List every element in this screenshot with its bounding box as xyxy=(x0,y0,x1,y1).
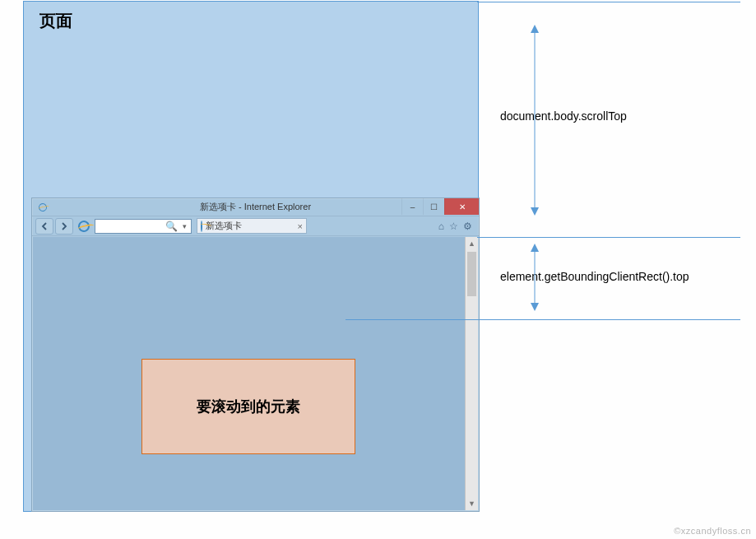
tab-favicon-icon xyxy=(201,221,202,231)
guide-line-element-top xyxy=(346,319,740,320)
back-button[interactable] xyxy=(35,218,53,235)
forward-button[interactable] xyxy=(55,218,73,235)
arrowhead-down-icon xyxy=(531,303,539,311)
toolbar: 🔍 ▾ 新选项卡 × ⌂ ☆ ⚙ xyxy=(32,216,479,236)
toolbar-icons: ⌂ ☆ ⚙ xyxy=(438,221,475,232)
window-controls: – ☐ ✕ xyxy=(401,198,479,215)
scroll-thumb[interactable] xyxy=(467,252,476,296)
maximize-button[interactable]: ☐ xyxy=(423,198,444,215)
tab-new[interactable]: 新选项卡 × xyxy=(197,218,307,234)
search-icon[interactable]: 🔍 xyxy=(164,221,179,232)
watermark: ©xzcandyfloss.cn xyxy=(674,526,751,536)
close-button[interactable]: ✕ xyxy=(444,198,479,215)
scroll-down-icon[interactable]: ▼ xyxy=(466,497,478,510)
dimension-recttop xyxy=(529,244,540,311)
guide-line-page-top xyxy=(477,2,740,2)
address-bar[interactable]: 🔍 ▾ xyxy=(95,219,192,234)
ie-logo-icon xyxy=(37,202,49,213)
settings-icon[interactable]: ⚙ xyxy=(463,221,472,232)
browser-window: 新选项卡 - Internet Explorer – ☐ ✕ 🔍 ▾ 新选项卡 … xyxy=(31,197,480,512)
favorites-icon[interactable]: ☆ xyxy=(449,221,458,232)
window-title: 新选项卡 - Internet Explorer xyxy=(200,201,311,213)
minimize-button[interactable]: – xyxy=(401,198,423,215)
titlebar[interactable]: 新选项卡 - Internet Explorer – ☐ ✕ xyxy=(32,198,479,216)
home-icon[interactable]: ⌂ xyxy=(438,221,444,232)
vertical-scrollbar[interactable]: ▲ ▼ xyxy=(465,237,478,510)
arrowhead-down-icon xyxy=(531,207,539,216)
ie-icon xyxy=(77,219,91,234)
page-label: 页面 xyxy=(39,10,72,32)
dimension-scrolltop-label: document.body.scrollTop xyxy=(500,109,627,123)
tab-close-icon[interactable]: × xyxy=(298,221,303,231)
viewport: 要滚动到的元素 xyxy=(33,237,465,510)
guide-line-viewport-top xyxy=(477,237,740,238)
address-dropdown-icon[interactable]: ▾ xyxy=(181,222,188,230)
dimension-line xyxy=(535,250,536,304)
dimension-scrolltop xyxy=(529,25,540,216)
target-element-label: 要滚动到的元素 xyxy=(197,397,300,416)
target-element: 要滚动到的元素 xyxy=(141,359,355,454)
scroll-up-icon[interactable]: ▲ xyxy=(466,237,478,250)
dimension-line xyxy=(535,31,536,209)
